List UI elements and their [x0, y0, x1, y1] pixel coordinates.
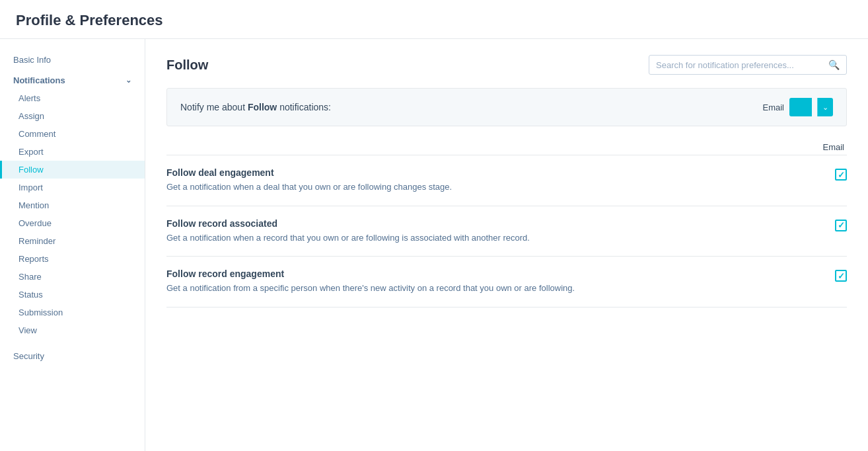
page-title: Profile & Preferences	[16, 12, 852, 29]
sidebar-item-assign[interactable]: Assign	[0, 107, 145, 125]
check-icon: ✓	[838, 220, 845, 230]
sidebar-item-submission[interactable]: Submission	[0, 304, 145, 321]
sidebar-notifications-section: Notifications ⌄ Alerts Assign Comment Ex…	[0, 70, 145, 339]
checkbox-follow-deal[interactable]: ✓	[835, 169, 847, 181]
email-label: Email	[762, 102, 784, 112]
sidebar-item-view[interactable]: View	[0, 321, 145, 339]
sidebar-item-import[interactable]: Import	[0, 179, 145, 196]
notification-item-desc: Get a notification from a specific perso…	[166, 282, 824, 295]
sidebar-item-reports[interactable]: Reports	[0, 250, 145, 268]
sidebar-notifications-header[interactable]: Notifications ⌄	[0, 70, 145, 89]
notification-item-content: Follow record associated Get a notificat…	[166, 218, 824, 245]
sidebar: Basic Info Notifications ⌄ Alerts Assign…	[0, 39, 145, 451]
notify-bar-highlight: Follow	[248, 102, 277, 112]
table-row: Follow record engagement Get a notificat…	[166, 256, 847, 308]
sidebar-item-mention[interactable]: Mention	[0, 196, 145, 214]
table-row: Follow record associated Get a notificat…	[166, 206, 847, 257]
notification-item-title: Follow record engagement	[166, 268, 824, 279]
sidebar-item-export[interactable]: Export	[0, 143, 145, 161]
notify-bar-text: Notify me about Follow notifications:	[180, 102, 331, 112]
notification-item-desc: Get a notification when a record that yo…	[166, 231, 824, 245]
main-header: Follow 🔍	[166, 55, 847, 75]
notification-item-content: Follow record engagement Get a notificat…	[166, 268, 824, 295]
sidebar-item-status[interactable]: Status	[0, 286, 145, 304]
sidebar-item-alerts[interactable]: Alerts	[0, 89, 145, 107]
sidebar-item-reminder[interactable]: Reminder	[0, 232, 145, 250]
sidebar-item-share[interactable]: Share	[0, 268, 145, 286]
notify-bar-right: Email ⌄	[762, 98, 833, 116]
table-row: Follow deal engagement Get a notificatio…	[166, 155, 847, 206]
search-input[interactable]	[656, 60, 828, 70]
checkbox-follow-record-associated[interactable]: ✓	[835, 220, 847, 231]
search-box: 🔍	[649, 55, 847, 75]
sidebar-item-security[interactable]: Security	[0, 345, 145, 368]
notifications-list: Follow deal engagement Get a notificatio…	[166, 155, 847, 308]
main-title: Follow	[166, 58, 208, 73]
email-column-header: Email	[166, 142, 847, 152]
sidebar-item-comment[interactable]: Comment	[0, 125, 145, 143]
notification-item-title: Follow deal engagement	[166, 167, 824, 178]
sidebar-item-overdue[interactable]: Overdue	[0, 214, 145, 232]
email-toggle-button[interactable]	[789, 98, 812, 116]
main-content: Follow 🔍 Notify me about Follow notifica…	[145, 39, 868, 451]
check-icon: ✓	[838, 170, 845, 180]
sidebar-item-basic-info[interactable]: Basic Info	[0, 50, 145, 70]
notification-item-title: Follow record associated	[166, 218, 824, 229]
chevron-down-icon: ⌄	[126, 76, 131, 85]
notify-bar: Notify me about Follow notifications: Em…	[166, 88, 847, 126]
checkbox-follow-record-engagement[interactable]: ✓	[835, 270, 847, 282]
check-icon: ✓	[838, 271, 845, 281]
notification-item-content: Follow deal engagement Get a notificatio…	[166, 167, 824, 194]
sidebar-notifications-label: Notifications	[13, 75, 65, 85]
page-header: Profile & Preferences	[0, 0, 868, 39]
sidebar-item-follow[interactable]: Follow	[0, 161, 145, 179]
notification-item-desc: Get a notification when a deal that you …	[166, 181, 824, 194]
email-dropdown-button[interactable]: ⌄	[817, 98, 833, 116]
search-icon: 🔍	[828, 60, 840, 70]
